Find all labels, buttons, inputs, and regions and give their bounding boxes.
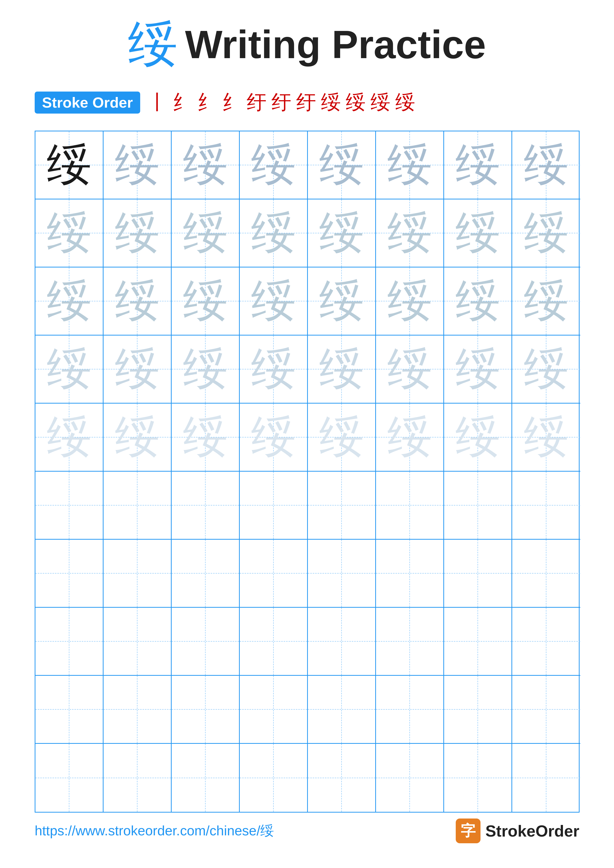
grid-cell-3-7[interactable]: 绥: [512, 336, 580, 403]
grid-cell-5-6[interactable]: [444, 471, 512, 539]
grid-cell-1-1[interactable]: 绥: [104, 200, 172, 268]
grid-cell-8-4[interactable]: [308, 676, 376, 744]
grid-cell-2-5[interactable]: 绥: [376, 268, 444, 336]
grid-cell-2-2[interactable]: 绥: [172, 268, 240, 336]
stroke-char-10: 绥: [370, 89, 390, 116]
grid-row-1: 绥 绥 绥 绥 绥 绥 绥 绥: [36, 200, 579, 268]
grid-cell-1-7[interactable]: 绥: [512, 200, 580, 268]
grid-cell-7-7[interactable]: [512, 608, 580, 676]
grid-cell-3-1[interactable]: 绥: [104, 336, 172, 403]
grid-cell-3-5[interactable]: 绥: [376, 336, 444, 403]
grid-cell-5-3[interactable]: [240, 471, 308, 539]
grid-cell-3-0[interactable]: 绥: [36, 336, 104, 403]
grid-cell-6-2[interactable]: [172, 539, 240, 608]
grid-cell-9-6[interactable]: [444, 744, 512, 812]
grid-cell-5-0[interactable]: [36, 471, 104, 539]
grid-cell-9-7[interactable]: [512, 744, 580, 812]
grid-cell-7-5[interactable]: [376, 608, 444, 676]
grid-cell-8-5[interactable]: [376, 676, 444, 744]
grid-cell-5-5[interactable]: [376, 471, 444, 539]
grid-cell-6-4[interactable]: [308, 539, 376, 608]
grid-row-4: 绥 绥 绥 绥 绥 绥 绥 绥: [36, 403, 579, 471]
grid-cell-4-5[interactable]: 绥: [376, 403, 444, 471]
char-3-1: 绥: [115, 347, 160, 391]
grid-cell-2-6[interactable]: 绥: [444, 268, 512, 336]
grid-cell-3-6[interactable]: 绥: [444, 336, 512, 403]
grid-cell-7-6[interactable]: [444, 608, 512, 676]
grid-cell-4-3[interactable]: 绥: [240, 403, 308, 471]
grid-cell-9-4[interactable]: [308, 744, 376, 812]
char-3-3: 绥: [251, 347, 296, 391]
grid-row-6: [36, 539, 579, 608]
grid-cell-0-2[interactable]: 绥: [172, 132, 240, 200]
grid-cell-6-6[interactable]: [444, 539, 512, 608]
grid-cell-0-3[interactable]: 绥: [240, 132, 308, 200]
grid-cell-2-3[interactable]: 绥: [240, 268, 308, 336]
char-0-2: 绥: [183, 143, 228, 187]
grid-cell-4-2[interactable]: 绥: [172, 403, 240, 471]
grid-cell-1-4[interactable]: 绥: [308, 200, 376, 268]
grid-cell-9-2[interactable]: [172, 744, 240, 812]
grid-cell-3-3[interactable]: 绥: [240, 336, 308, 403]
grid-cell-0-7[interactable]: 绥: [512, 132, 580, 200]
grid-cell-4-0[interactable]: 绥: [36, 403, 104, 471]
grid-cell-0-5[interactable]: 绥: [376, 132, 444, 200]
grid-cell-0-1[interactable]: 绥: [104, 132, 172, 200]
char-4-6: 绥: [455, 415, 500, 459]
grid-cell-9-0[interactable]: [36, 744, 104, 812]
grid-cell-3-4[interactable]: 绥: [308, 336, 376, 403]
char-4-7: 绥: [524, 415, 569, 459]
grid-cell-6-3[interactable]: [240, 539, 308, 608]
char-4-1: 绥: [115, 415, 160, 459]
stroke-char-4: 纟: [222, 89, 242, 116]
grid-cell-9-3[interactable]: [240, 744, 308, 812]
char-0-0: 绥: [47, 143, 92, 187]
grid-cell-7-4[interactable]: [308, 608, 376, 676]
grid-cell-8-6[interactable]: [444, 676, 512, 744]
grid-cell-8-3[interactable]: [240, 676, 308, 744]
grid-cell-9-1[interactable]: [104, 744, 172, 812]
grid-cell-2-4[interactable]: 绥: [308, 268, 376, 336]
grid-cell-2-1[interactable]: 绥: [104, 268, 172, 336]
grid-cell-1-3[interactable]: 绥: [240, 200, 308, 268]
char-1-0: 绥: [47, 211, 92, 255]
grid-cell-8-0[interactable]: [36, 676, 104, 744]
grid-cell-7-0[interactable]: [36, 608, 104, 676]
footer: https://www.strokeorder.com/chinese/绥 字 …: [0, 818, 614, 843]
grid-cell-7-2[interactable]: [172, 608, 240, 676]
grid-cell-0-4[interactable]: 绥: [308, 132, 376, 200]
grid-cell-1-6[interactable]: 绥: [444, 200, 512, 268]
grid-cell-8-2[interactable]: [172, 676, 240, 744]
grid-cell-4-6[interactable]: 绥: [444, 403, 512, 471]
grid-cell-0-6[interactable]: 绥: [444, 132, 512, 200]
grid-cell-4-7[interactable]: 绥: [512, 403, 580, 471]
grid-cell-1-5[interactable]: 绥: [376, 200, 444, 268]
stroke-char-2: 纟: [173, 89, 192, 116]
grid-cell-2-7[interactable]: 绥: [512, 268, 580, 336]
grid-cell-6-7[interactable]: [512, 539, 580, 608]
grid-row-9: [36, 744, 579, 812]
grid-cell-9-5[interactable]: [376, 744, 444, 812]
grid-cell-7-3[interactable]: [240, 608, 308, 676]
title-chinese-char: 绥: [128, 20, 177, 69]
grid-cell-5-4[interactable]: [308, 471, 376, 539]
grid-cell-1-0[interactable]: 绥: [36, 200, 104, 268]
grid-cell-8-1[interactable]: [104, 676, 172, 744]
grid-cell-7-1[interactable]: [104, 608, 172, 676]
grid-cell-3-2[interactable]: 绥: [172, 336, 240, 403]
grid-cell-1-2[interactable]: 绥: [172, 200, 240, 268]
grid-cell-5-2[interactable]: [172, 471, 240, 539]
grid-cell-2-0[interactable]: 绥: [36, 268, 104, 336]
grid-cell-5-1[interactable]: [104, 471, 172, 539]
char-1-6: 绥: [455, 211, 500, 255]
footer-url[interactable]: https://www.strokeorder.com/chinese/绥: [35, 822, 274, 840]
grid-cell-8-7[interactable]: [512, 676, 580, 744]
grid-cell-6-0[interactable]: [36, 539, 104, 608]
char-0-7: 绥: [524, 143, 569, 187]
grid-cell-4-4[interactable]: 绥: [308, 403, 376, 471]
grid-cell-6-5[interactable]: [376, 539, 444, 608]
grid-cell-4-1[interactable]: 绥: [104, 403, 172, 471]
grid-cell-6-1[interactable]: [104, 539, 172, 608]
grid-cell-5-7[interactable]: [512, 471, 580, 539]
grid-cell-0-0[interactable]: 绥: [36, 132, 104, 200]
